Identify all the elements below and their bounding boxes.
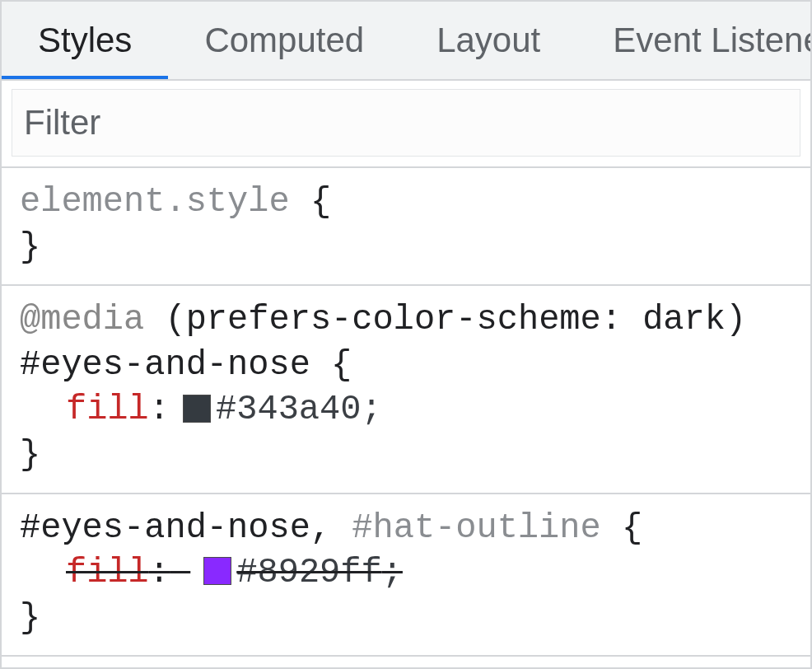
- rule-block[interactable]: @media (prefers-color-scheme: dark) #eye…: [2, 286, 810, 494]
- semicolon: ;: [382, 553, 403, 592]
- tab-layout[interactable]: Layout: [400, 2, 576, 79]
- open-brace: {: [331, 345, 352, 385]
- colon: :: [149, 553, 170, 592]
- close-brace: }: [20, 225, 792, 270]
- open-brace: {: [310, 182, 331, 222]
- declaration[interactable]: fill: #8929ff;: [20, 550, 792, 596]
- filter-input[interactable]: [12, 89, 800, 157]
- property-value: #343a40: [216, 387, 361, 433]
- property-name: fill: [66, 387, 149, 433]
- filter-bar: [2, 81, 810, 168]
- rule-block[interactable]: #eyes-and-nose, #hat-outline { fill: #89…: [2, 494, 810, 657]
- rule-block[interactable]: element.style { }: [2, 168, 810, 286]
- property-name: fill: [66, 553, 149, 592]
- selector-text: element.style: [20, 182, 290, 222]
- selector-text: #eyes-and-nose: [20, 508, 310, 548]
- overridden-declaration: fill: #8929ff;: [66, 550, 403, 596]
- styles-panel: Styles Computed Layout Event Listeners e…: [0, 0, 812, 669]
- color-swatch-icon[interactable]: [183, 395, 211, 423]
- color-swatch-icon[interactable]: [203, 557, 231, 585]
- media-line: @media (prefers-color-scheme: dark): [20, 297, 792, 343]
- selector-text: #hat-outline: [352, 508, 600, 548]
- colon: :: [149, 387, 170, 433]
- open-brace: {: [622, 508, 642, 548]
- selector-line: #eyes-and-nose, #hat-outline {: [20, 506, 792, 551]
- property-value: #8929ff: [236, 553, 381, 592]
- close-brace: }: [20, 433, 792, 478]
- tab-bar: Styles Computed Layout Event Listeners: [2, 2, 810, 81]
- semicolon: ;: [361, 387, 381, 433]
- tab-event-listeners[interactable]: Event Listeners: [576, 2, 810, 79]
- selector-line: element.style {: [20, 180, 792, 225]
- selector-line: #eyes-and-nose {: [20, 343, 792, 388]
- selector-text: #eyes-and-nose: [20, 345, 310, 385]
- media-condition: (prefers-color-scheme: dark): [165, 300, 746, 339]
- tab-label: Event Listeners: [613, 21, 810, 60]
- tab-label: Computed: [204, 21, 364, 60]
- declaration[interactable]: fill: #343a40;: [20, 387, 792, 433]
- tab-computed[interactable]: Computed: [168, 2, 400, 79]
- tab-styles[interactable]: Styles: [2, 2, 168, 79]
- tab-label: Styles: [38, 21, 132, 60]
- media-keyword: @media: [20, 300, 144, 339]
- rules-list: element.style { } @media (prefers-color-…: [2, 168, 810, 667]
- selector-separator: ,: [310, 508, 352, 548]
- tab-label: Layout: [436, 21, 540, 60]
- close-brace: }: [20, 596, 792, 641]
